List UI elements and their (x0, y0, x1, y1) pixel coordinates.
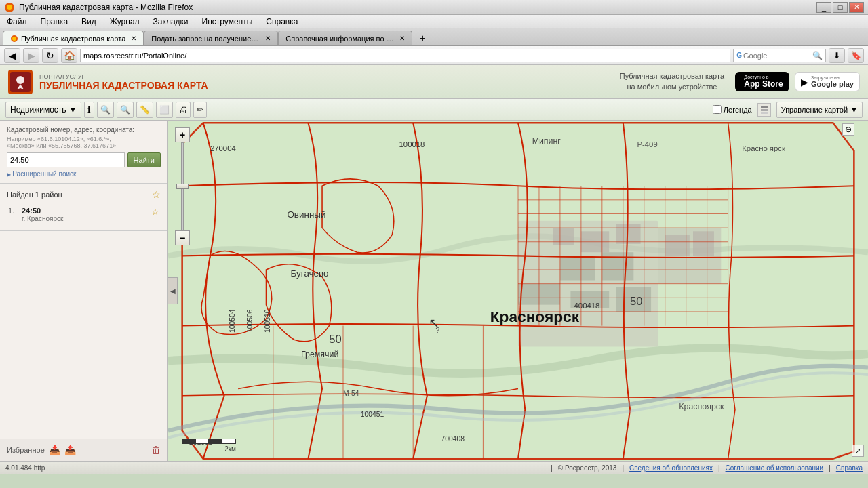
browser-tab-3[interactable]: Справочная информация по объектан ... ✕ (278, 30, 412, 45)
svg-text:270004: 270004 (210, 144, 236, 152)
tab-3-close[interactable]: ✕ (399, 35, 405, 42)
menu-file[interactable]: Файл (3, 16, 31, 28)
zoom-slider-track[interactable] (181, 142, 184, 230)
result-number: 1. (8, 207, 18, 215)
status-separator: | (551, 464, 553, 472)
svg-text:100510: 100510 (264, 309, 271, 333)
area-tool[interactable]: ⬜ (156, 102, 173, 118)
svg-text:Гремячий: Гремячий (301, 350, 338, 359)
draw-tool[interactable]: ✏ (193, 102, 207, 118)
property-type-label: Недвижимость (10, 105, 66, 115)
app-store-button[interactable]: Доступно в App Store (735, 72, 789, 92)
favorites-add-icon[interactable]: 📥 (49, 445, 60, 455)
status-link-help[interactable]: Справка (836, 464, 863, 472)
downloads-button[interactable]: ⬇ (829, 48, 845, 63)
bookmarks-button[interactable]: 🔖 (848, 48, 864, 63)
svg-rect-8 (761, 112, 768, 114)
svg-text:Р-409: Р-409 (637, 140, 657, 148)
forward-button[interactable]: ▶ (23, 48, 39, 63)
tab-1-label: Публичная кадастровая карта (21, 35, 125, 43)
menu-bookmarks[interactable]: Закладки (149, 16, 193, 28)
zoom-in-button[interactable]: + (175, 127, 190, 142)
menu-help[interactable]: Справка (262, 16, 302, 28)
svg-rect-14 (560, 256, 595, 280)
new-tab-button[interactable]: + (415, 30, 430, 45)
legend-checkbox-label[interactable]: Легенда (713, 105, 752, 114)
svg-text:400418: 400418 (574, 302, 600, 310)
map-svg: 270004 100018 Мипинг Р-409 Красно ярск О… (168, 121, 868, 461)
search-button[interactable]: Найти (127, 152, 161, 167)
app-store-name: App Store (744, 79, 783, 89)
browser-search-input[interactable] (743, 52, 811, 60)
collapse-panel-button[interactable]: ◀ (168, 277, 178, 304)
app-container: ПОРТАЛ УСЛУГ ПУБЛИЧНАЯ КАДАСТРОВАЯ КАРТА… (0, 65, 868, 474)
results-count: Найден 1 район (7, 190, 62, 199)
maximize-button[interactable]: □ (833, 2, 848, 13)
menu-history[interactable]: Журнал (106, 16, 144, 28)
svg-text:100506: 100506 (246, 309, 254, 333)
portal-label: ПОРТАЛ УСЛУГ (39, 73, 208, 80)
favorites-export-icon[interactable]: 📤 (64, 445, 76, 455)
menu-edit[interactable]: Правка (37, 16, 73, 28)
main-content: Кадастровый номер, адрес, координата: На… (0, 121, 868, 461)
zoom-in-tool[interactable]: 🔍 (97, 102, 114, 118)
legend-label: Легенда (724, 106, 752, 114)
google-play-button[interactable]: ▶ Загрузите на Google play (795, 72, 860, 92)
print-tool[interactable]: 🖨 (176, 102, 191, 118)
mobile-promo-text: Публичная кадастровая картана мобильном … (620, 71, 724, 92)
zoom-out-button[interactable]: − (175, 230, 190, 245)
info-tool-button[interactable]: ℹ (84, 102, 94, 118)
result-item[interactable]: 1. 24:50 г. Красноярск ☆ (7, 204, 161, 225)
minimize-button[interactable]: _ (816, 2, 831, 13)
svg-text:Красно ярск: Красно ярск (742, 144, 786, 152)
svg-text:Бугачево: Бугачево (291, 268, 329, 279)
zoom-out-tool[interactable]: 🔍 (117, 102, 134, 118)
tab-1-close[interactable]: ✕ (131, 35, 136, 42)
close-button[interactable]: ✕ (849, 2, 864, 13)
results-favorite-icon[interactable]: ☆ (152, 189, 161, 200)
svg-rect-11 (553, 228, 574, 245)
reload-button[interactable]: ↻ (42, 48, 58, 63)
svg-text:50: 50 (630, 295, 642, 307)
google-play-sublabel: Загрузите на (811, 75, 854, 80)
property-type-dropdown[interactable]: Недвижимость ▼ (5, 102, 81, 118)
app-store-sublabel: Доступно в (744, 75, 783, 79)
app-header: ПОРТАЛ УСЛУГ ПУБЛИЧНАЯ КАДАСТРОВАЯ КАРТА… (0, 65, 868, 99)
result-favorite-icon[interactable]: ☆ (151, 207, 159, 217)
svg-point-5 (16, 76, 24, 84)
favorites-label: Избранное (7, 446, 45, 454)
search-engine-icon: G (736, 52, 742, 59)
status-link-updates[interactable]: Сведения об обновлениях (629, 464, 713, 472)
result-location: г. Красноярск (22, 215, 149, 222)
app-logo (8, 70, 33, 94)
menu-view[interactable]: Вид (77, 16, 100, 28)
svg-text:Красноярск: Красноярск (679, 402, 724, 411)
cadastral-input[interactable] (7, 152, 125, 167)
map-fullscreen-button[interactable]: ⤢ (852, 445, 864, 457)
tab-bar: Публичная кадастровая карта ✕ Подать зап… (0, 28, 868, 46)
map-zoom-reset-button[interactable]: ⊖ (842, 123, 854, 136)
browser-tab-2[interactable]: Подать запрос на получение сведений... ✕ (144, 30, 278, 45)
svg-rect-21 (693, 231, 714, 256)
tab-3-label: Справочная информация по объектан ... (285, 35, 394, 43)
browser-title-text: Публичная кадастровая карта - Mozilla Fi… (19, 3, 816, 12)
svg-text:201002: 201002 (189, 439, 213, 446)
address-bar[interactable] (80, 49, 730, 62)
map-control-button[interactable]: Управление картой ▼ (776, 102, 863, 118)
zoom-slider-thumb[interactable] (176, 184, 189, 189)
tab-2-close[interactable]: ✕ (265, 35, 271, 42)
browser-tab-1[interactable]: Публичная кадастровая карта ✕ (3, 30, 144, 45)
layers-icon (757, 103, 771, 117)
map-area[interactable]: 270004 100018 Мипинг Р-409 Красно ярск О… (168, 121, 868, 461)
menu-tools[interactable]: Инструменты (198, 16, 257, 28)
advanced-search-link[interactable]: Расширенный поиск (7, 170, 161, 178)
search-hint: Например «61:6:10104:12», «61:6:*»,«Моск… (7, 136, 161, 149)
favorites-delete-icon[interactable]: 🗑 (151, 445, 161, 455)
legend-checkbox[interactable] (713, 105, 722, 114)
status-separator-3: | (718, 464, 720, 472)
measure-tool[interactable]: 📏 (136, 102, 153, 118)
status-link-agreement[interactable]: Соглашение об использовании (726, 464, 824, 472)
back-button[interactable]: ◀ (4, 48, 20, 63)
menu-bar: Файл Правка Вид Журнал Закладки Инструме… (0, 15, 868, 28)
home-button[interactable]: 🏠 (61, 48, 77, 63)
